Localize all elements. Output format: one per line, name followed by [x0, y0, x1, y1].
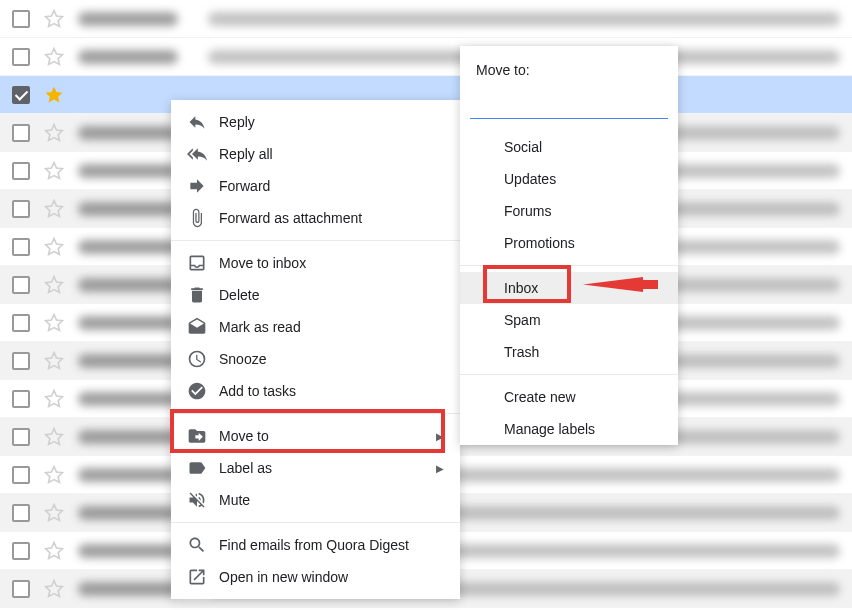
svg-marker-13 — [46, 504, 63, 520]
checkbox[interactable] — [12, 504, 30, 522]
star-icon[interactable] — [44, 465, 64, 485]
submenu-social[interactable]: Social — [460, 131, 678, 163]
star-icon[interactable] — [44, 313, 64, 333]
menu-label: Forward — [219, 178, 270, 194]
menu-label: Mark as read — [219, 319, 301, 335]
submenu-forums[interactable]: Forums — [460, 195, 678, 227]
menu-label: Label as — [219, 460, 272, 476]
menu-find-emails[interactable]: Find emails from Quora Digest — [171, 529, 460, 561]
star-icon[interactable] — [44, 541, 64, 561]
svg-marker-16 — [583, 277, 658, 292]
add-tasks-icon — [187, 381, 207, 401]
svg-marker-7 — [46, 276, 63, 292]
submenu-updates[interactable]: Updates — [460, 163, 678, 195]
checkbox[interactable] — [12, 466, 30, 484]
svg-marker-0 — [46, 10, 63, 26]
checkbox[interactable] — [12, 238, 30, 256]
email-row[interactable] — [0, 0, 852, 38]
menu-divider — [171, 522, 460, 523]
menu-move-to[interactable]: Move to ▶ — [171, 420, 460, 452]
star-icon[interactable] — [44, 427, 64, 447]
star-icon[interactable] — [44, 237, 64, 257]
menu-label: Reply all — [219, 146, 273, 162]
checkbox[interactable] — [12, 48, 30, 66]
svg-marker-14 — [46, 542, 63, 558]
menu-label: Find emails from Quora Digest — [219, 537, 409, 553]
checkbox[interactable] — [12, 124, 30, 142]
star-icon-filled[interactable] — [44, 85, 64, 105]
menu-forward[interactable]: Forward — [171, 170, 460, 202]
mark-read-icon — [187, 317, 207, 337]
reply-icon — [187, 112, 207, 132]
star-icon[interactable] — [44, 389, 64, 409]
checkbox[interactable] — [12, 10, 30, 28]
email-row[interactable] — [0, 38, 852, 76]
menu-add-to-tasks[interactable]: Add to tasks — [171, 375, 460, 407]
menu-divider — [171, 413, 460, 414]
menu-label: Open in new window — [219, 569, 348, 585]
submenu-create-new[interactable]: Create new — [460, 381, 678, 413]
checkbox[interactable] — [12, 162, 30, 180]
star-icon[interactable] — [44, 351, 64, 371]
menu-label: Move to — [219, 428, 269, 444]
menu-label-as[interactable]: Label as ▶ — [171, 452, 460, 484]
checkbox[interactable] — [12, 352, 30, 370]
star-icon[interactable] — [44, 47, 64, 67]
submenu-manage-labels[interactable]: Manage labels — [460, 413, 678, 445]
delete-icon — [187, 285, 207, 305]
svg-marker-1 — [46, 48, 63, 64]
context-menu: Reply Reply all Forward Forward as attac… — [171, 100, 460, 599]
menu-open-new-window[interactable]: Open in new window — [171, 561, 460, 593]
svg-marker-3 — [46, 124, 63, 140]
menu-divider — [171, 240, 460, 241]
submenu-spam[interactable]: Spam — [460, 304, 678, 336]
checkbox[interactable] — [12, 276, 30, 294]
forward-icon — [187, 176, 207, 196]
menu-delete[interactable]: Delete — [171, 279, 460, 311]
chevron-right-icon: ▶ — [436, 431, 444, 442]
svg-marker-5 — [46, 200, 63, 216]
star-icon[interactable] — [44, 199, 64, 219]
menu-snooze[interactable]: Snooze — [171, 343, 460, 375]
mute-icon — [187, 490, 207, 510]
checkbox[interactable] — [12, 580, 30, 598]
menu-mark-as-read[interactable]: Mark as read — [171, 311, 460, 343]
menu-label: Delete — [219, 287, 259, 303]
menu-move-to-inbox[interactable]: Move to inbox — [171, 247, 460, 279]
checkbox[interactable] — [12, 390, 30, 408]
svg-marker-2 — [46, 86, 63, 102]
menu-label: Move to inbox — [219, 255, 306, 271]
move-to-icon — [187, 426, 207, 446]
submenu-trash[interactable]: Trash — [460, 336, 678, 368]
menu-label: Forward as attachment — [219, 210, 362, 226]
star-icon[interactable] — [44, 579, 64, 599]
checkbox[interactable] — [12, 428, 30, 446]
search-input[interactable] — [486, 90, 661, 114]
star-icon[interactable] — [44, 9, 64, 29]
checkbox[interactable] — [12, 200, 30, 218]
menu-reply-all[interactable]: Reply all — [171, 138, 460, 170]
checkbox[interactable] — [12, 542, 30, 560]
svg-marker-4 — [46, 162, 63, 178]
svg-marker-15 — [46, 580, 63, 596]
star-icon[interactable] — [44, 503, 64, 523]
menu-reply[interactable]: Reply — [171, 106, 460, 138]
menu-mute[interactable]: Mute — [171, 484, 460, 516]
menu-forward-attachment[interactable]: Forward as attachment — [171, 202, 460, 234]
move-inbox-icon — [187, 253, 207, 273]
svg-marker-8 — [46, 314, 63, 330]
search-icon — [187, 535, 207, 555]
checkbox[interactable] — [12, 314, 30, 332]
star-icon[interactable] — [44, 275, 64, 295]
checkbox-checked[interactable] — [12, 86, 30, 104]
snooze-icon — [187, 349, 207, 369]
star-icon[interactable] — [44, 123, 64, 143]
submenu-divider — [460, 374, 678, 375]
submenu-search[interactable] — [470, 90, 668, 119]
svg-marker-9 — [46, 352, 63, 368]
submenu-title: Move to: — [460, 58, 678, 90]
submenu-promotions[interactable]: Promotions — [460, 227, 678, 259]
star-icon[interactable] — [44, 161, 64, 181]
svg-marker-6 — [46, 238, 63, 254]
annotation-arrow — [583, 277, 658, 296]
